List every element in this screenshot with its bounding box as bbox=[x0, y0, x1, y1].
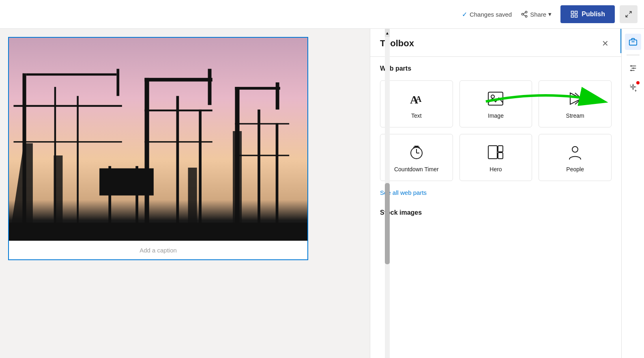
canvas-scroll-up[interactable]: ▲ bbox=[385, 29, 390, 37]
changes-saved-label: Changes saved bbox=[470, 11, 512, 18]
share-chevron-icon: ▾ bbox=[548, 11, 552, 18]
web-part-text[interactable]: A A Text bbox=[380, 80, 453, 127]
image-label: Image bbox=[488, 112, 504, 119]
briefcase-icon bbox=[629, 37, 638, 46]
collapse-icon bbox=[625, 11, 632, 18]
svg-line-9 bbox=[629, 11, 631, 13]
share-label: Share bbox=[530, 11, 546, 18]
construction-image bbox=[9, 38, 307, 241]
settings-icon bbox=[629, 64, 638, 73]
toolbox-close-button[interactable]: ✕ bbox=[599, 37, 612, 50]
web-parts-section-title: Web parts bbox=[380, 65, 612, 72]
stream-icon bbox=[565, 89, 585, 108]
toolbox-content: Web parts A A Text bbox=[370, 57, 621, 224]
svg-text:A: A bbox=[416, 95, 422, 104]
web-part-stream[interactable]: Stream bbox=[539, 80, 612, 127]
hero-label: Hero bbox=[489, 166, 502, 173]
publish-button[interactable]: Publish bbox=[560, 5, 615, 23]
stream-label: Stream bbox=[566, 112, 584, 119]
toolbox-divider bbox=[620, 29, 621, 53]
changes-saved-status: ✓ Changes saved bbox=[462, 11, 512, 18]
web-part-people[interactable]: People bbox=[539, 134, 612, 181]
caption-area[interactable]: Add a caption bbox=[9, 241, 307, 259]
notification-dot bbox=[636, 81, 640, 84]
publish-label: Publish bbox=[582, 11, 605, 18]
countdown-icon bbox=[407, 142, 426, 162]
share-icon bbox=[521, 11, 528, 18]
web-parts-grid: A A Text bbox=[380, 80, 612, 181]
people-label: People bbox=[566, 166, 584, 173]
svg-line-3 bbox=[524, 15, 526, 16]
sidebar-divider bbox=[627, 55, 640, 55]
svg-rect-8 bbox=[575, 15, 577, 17]
svg-rect-25 bbox=[629, 40, 636, 45]
svg-point-24 bbox=[572, 147, 578, 152]
svg-point-2 bbox=[525, 15, 527, 17]
stock-images-title: Stock images bbox=[380, 209, 612, 216]
svg-marker-15 bbox=[570, 93, 582, 104]
sidebar-icon-briefcase[interactable] bbox=[625, 34, 641, 50]
svg-line-4 bbox=[524, 13, 526, 14]
silhouette-overlay bbox=[9, 38, 307, 241]
svg-point-14 bbox=[491, 95, 494, 98]
checkmark-icon: ✓ bbox=[462, 11, 467, 18]
toolbox-scroll-area[interactable]: Web parts A A Text bbox=[370, 57, 621, 358]
svg-rect-23 bbox=[498, 153, 503, 159]
svg-rect-21 bbox=[488, 146, 497, 159]
close-icon: ✕ bbox=[602, 39, 609, 48]
people-icon bbox=[565, 142, 585, 162]
svg-rect-13 bbox=[488, 92, 503, 105]
collapse-button[interactable] bbox=[620, 5, 638, 23]
sidebar-icon-sparkle[interactable] bbox=[625, 80, 641, 96]
toolbox-header: Toolbox ✕ bbox=[370, 29, 621, 57]
web-part-hero[interactable]: Hero bbox=[459, 134, 532, 181]
canvas-scrollbar[interactable]: ▲ bbox=[385, 29, 390, 358]
countdown-label: Countdown Timer bbox=[394, 166, 439, 173]
svg-point-0 bbox=[525, 11, 527, 13]
topbar: ✓ Changes saved Share ▾ Publish bbox=[0, 0, 644, 29]
caption-placeholder: Add a caption bbox=[140, 247, 177, 254]
canvas-area[interactable]: Add a caption bbox=[0, 29, 370, 358]
web-part-countdown[interactable]: Countdown Timer bbox=[380, 134, 453, 181]
text-icon: A A bbox=[407, 89, 426, 108]
svg-line-10 bbox=[626, 15, 628, 17]
web-part-image[interactable]: Image bbox=[459, 80, 532, 127]
canvas-scroll-thumb[interactable] bbox=[385, 183, 390, 264]
svg-point-32 bbox=[633, 67, 634, 69]
svg-point-33 bbox=[630, 70, 632, 71]
right-sidebar bbox=[621, 29, 644, 358]
sparkle-icon bbox=[629, 83, 638, 92]
toolbox-panel: Toolbox ✕ Web parts A A bbox=[370, 29, 621, 358]
svg-point-31 bbox=[630, 65, 632, 67]
hero-icon bbox=[486, 142, 505, 162]
image-icon bbox=[486, 89, 505, 108]
text-label: Text bbox=[411, 112, 422, 119]
main-layout: Add a caption Toolbox ✕ Web parts bbox=[0, 29, 644, 358]
svg-point-1 bbox=[522, 13, 524, 15]
svg-rect-5 bbox=[571, 11, 574, 14]
sidebar-icon-settings[interactable] bbox=[625, 60, 641, 76]
share-button[interactable]: Share ▾ bbox=[517, 8, 556, 20]
publish-icon bbox=[570, 10, 578, 18]
image-block[interactable]: Add a caption bbox=[8, 37, 308, 260]
svg-rect-22 bbox=[498, 146, 503, 152]
svg-rect-7 bbox=[571, 15, 574, 17]
svg-rect-6 bbox=[575, 11, 577, 14]
